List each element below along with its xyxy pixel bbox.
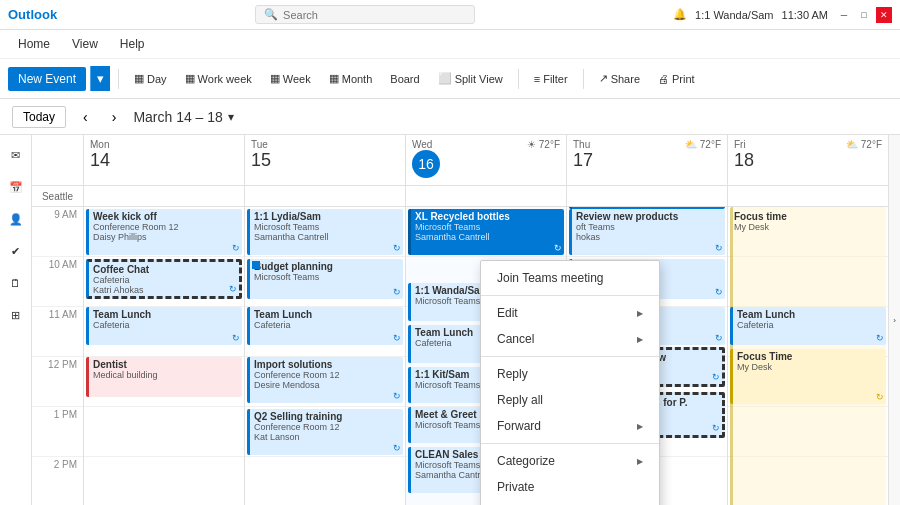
work-week-button[interactable]: ▦ Work week [178,68,259,89]
event-sub: Samantha Cantrell [415,232,560,242]
menu-cancel[interactable]: Cancel [481,326,659,352]
event-week-kickoff[interactable]: Week kick off Conference Room 12 Daisy P… [86,209,242,255]
sidebar-icon-calendar[interactable]: 📅 [4,175,28,199]
share-button[interactable]: ↗ Share [592,68,647,89]
close-button[interactable]: ✕ [876,7,892,23]
event-title: Dentist [93,359,238,370]
event-sub: Cafeteria [93,320,238,330]
context-menu: Join Teams meeting Edit Cancel Reply Rep… [480,260,660,505]
filter-icon: ≡ [534,73,540,85]
days-header: Mon 14 Tue 15 Wed 16 ☀ 72°F [32,135,888,186]
event-sub: hokas [576,232,721,242]
month-button[interactable]: ▦ Month [322,68,380,89]
date-range-dropdown[interactable]: ▾ [228,110,234,124]
day-col-wed: Wed 16 ☀ 72°F [406,135,567,185]
menu-separator [481,443,659,444]
event-xl-recycled[interactable]: XL Recycled bottles Microsoft Teams Sama… [408,209,564,255]
sidebar-icon-notes[interactable]: 🗒 [4,271,28,295]
seattle-label: Seattle [32,186,84,206]
event-q2-selling[interactable]: Q2 Selling training Conference Room 12 K… [247,409,403,455]
grid-day-tue[interactable]: 1:1 Lydia/Sam Microsoft Teams Samantha C… [245,207,406,505]
right-collapse-button[interactable]: › [888,135,900,505]
board-button[interactable]: Board [383,69,426,89]
time-slot-2pm: 2 PM [32,457,83,505]
minimize-button[interactable]: ─ [836,7,852,23]
print-label: Print [672,73,695,85]
event-budget-planning[interactable]: Budget planning Microsoft Teams ↻ [247,259,403,299]
menu-private[interactable]: Private [481,474,659,500]
sidebar-icon-tasks[interactable]: ✔ [4,239,28,263]
tab-home[interactable]: Home [8,33,60,55]
grid-day-mon[interactable]: Week kick off Conference Room 12 Daisy P… [84,207,245,505]
event-sub: My Desk [734,222,882,232]
split-view-button[interactable]: ⬜ Split View [431,68,510,89]
menu-add-to-board[interactable]: Add to board [481,500,659,505]
filter-label: Filter [543,73,567,85]
search-bar[interactable]: 🔍 [255,5,475,24]
event-title: Q2 Selling training [254,411,399,422]
title-bar-left: Outlook [8,7,57,22]
event-lydia-sam[interactable]: 1:1 Lydia/Sam Microsoft Teams Samantha C… [247,209,403,255]
grid-day-fri[interactable]: Focus time My Desk Team Lunch Cafeteria … [728,207,888,505]
time-slot-12pm: 12 PM [32,357,83,407]
event-team-lunch-mon[interactable]: Team Lunch Cafeteria ↻ [86,307,242,345]
maximize-button[interactable]: □ [856,7,872,23]
menu-item-label: Reply all [497,393,543,407]
event-title: Team Lunch [254,309,399,320]
tab-help[interactable]: Help [110,33,155,55]
menu-forward[interactable]: Forward [481,413,659,439]
menu-reply[interactable]: Reply [481,361,659,387]
sidebar-icon-mail[interactable]: ✉ [4,143,28,167]
menu-join-teams[interactable]: Join Teams meeting [481,265,659,291]
event-sub: Katri Ahokas [93,285,235,295]
left-sidebar: ✉ 📅 👤 ✔ 🗒 ⊞ [0,135,32,505]
event-focus-time-lower[interactable]: Focus Time My Desk ↻ [730,349,886,404]
day-name-tue: Tue [251,139,399,150]
recur-icon: ↻ [876,392,884,402]
date-range: March 14 – 18 ▾ [133,109,234,125]
week-button[interactable]: ▦ Week [263,68,318,89]
sidebar-icon-people[interactable]: 👤 [4,207,28,231]
main-container: ✉ 📅 👤 ✔ 🗒 ⊞ Mon 14 Tue 15 Wed [0,135,900,505]
seattle-day-fri [728,186,888,206]
search-input[interactable] [283,9,463,21]
event-sub: Cafeteria [254,320,399,330]
time-slot-9am: 9 AM [32,207,83,257]
sidebar-icon-apps[interactable]: ⊞ [4,303,28,327]
share-label: Share [611,73,640,85]
toolbar-separator-2 [518,69,519,89]
new-event-dropdown[interactable]: ▾ [90,66,110,91]
event-title: Focus Time [737,351,882,362]
nav-next-button[interactable]: › [105,105,124,129]
menu-separator [481,356,659,357]
event-import-solutions[interactable]: Import solutions Conference Room 12 Desi… [247,357,403,403]
day-name-fri: Fri [734,139,754,150]
event-team-lunch-fri[interactable]: Team Lunch Cafeteria ↻ [730,307,886,345]
ribbon-tabs: Home View Help [0,30,900,58]
day-view-button[interactable]: ▦ Day [127,68,174,89]
recur-icon: ↻ [393,443,401,453]
event-coffee-chat[interactable]: Coffee Chat Cafeteria Katri Ahokas ↻ [86,259,242,299]
new-event-button[interactable]: New Event [8,67,86,91]
today-button[interactable]: Today [12,106,66,128]
menu-item-label: Edit [497,306,518,320]
event-focus-time-label[interactable]: Focus time My Desk [730,209,886,255]
event-team-lunch-tue[interactable]: Team Lunch Cafeteria ↻ [247,307,403,345]
event-dentist[interactable]: Dentist Medical building [86,357,242,397]
nav-prev-button[interactable]: ‹ [76,105,95,129]
hour-line [84,407,244,457]
menu-reply-all[interactable]: Reply all [481,387,659,413]
title-bar-right: 🔔 1:1 Wanda/Sam 11:30 AM ─ □ ✕ [673,7,892,23]
time-grid: 9 AM 10 AM 11 AM 12 PM 1 PM 2 PM Week ki… [32,207,888,505]
event-review-products[interactable]: Review new products oft Teams hokas ↻ [569,209,725,255]
menu-edit[interactable]: Edit [481,300,659,326]
event-title: Coffee Chat [93,264,235,275]
menu-categorize[interactable]: Categorize [481,448,659,474]
filter-button[interactable]: ≡ Filter [527,69,575,89]
event-title: Import solutions [254,359,399,370]
notification-icon[interactable]: 🔔 [673,8,687,21]
tab-view[interactable]: View [62,33,108,55]
event-sub: Desire Mendosa [254,380,399,390]
day-name-mon: Mon [90,139,238,150]
print-button[interactable]: 🖨 Print [651,69,702,89]
